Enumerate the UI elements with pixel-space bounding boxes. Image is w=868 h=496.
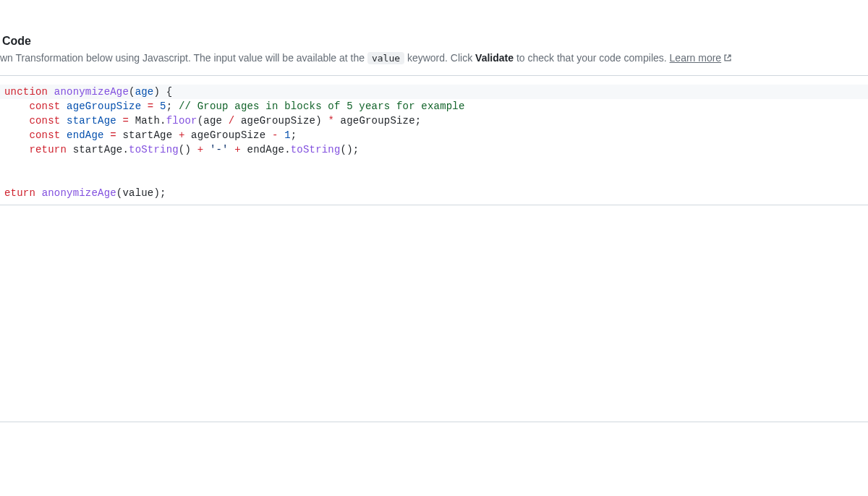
editor-empty-region[interactable] [0,205,868,422]
validate-word: Validate [475,52,514,64]
desc-mid: keyword. Click [404,52,475,64]
code-content[interactable]: unction anonymizeAge(age) { const ageGro… [0,76,868,205]
learn-more-label: Learn more [670,52,722,64]
code-line-6 [4,158,11,170]
section-title: Code [0,35,868,51]
section-subtitle: wn Transformation below using Javascript… [0,51,868,75]
value-keyword-badge: value [367,52,404,64]
desc-prefix: wn Transformation below using Javascript… [0,52,367,64]
code-line-3: const startAge = Math.floor(age / ageGro… [4,115,421,127]
code-line-7 [4,173,11,184]
code-editor[interactable]: unction anonymizeAge(age) { const ageGro… [0,75,868,205]
code-line-4: const endAge = startAge + ageGroupSize -… [4,129,297,141]
editor-header: Code wn Transformation below using Javas… [0,0,868,75]
code-line-1: unction anonymizeAge(age) { [0,85,868,99]
external-link-icon [723,53,733,65]
code-line-5: return startAge.toString() + '-' + endAg… [4,144,359,155]
code-line-2: const ageGroupSize = 5; // Group ages in… [4,101,465,112]
code-line-8: eturn anonymizeAge(value); [4,187,166,199]
desc-suffix: to check that your code compiles. [514,52,670,64]
learn-more-link[interactable]: Learn more [670,52,733,64]
